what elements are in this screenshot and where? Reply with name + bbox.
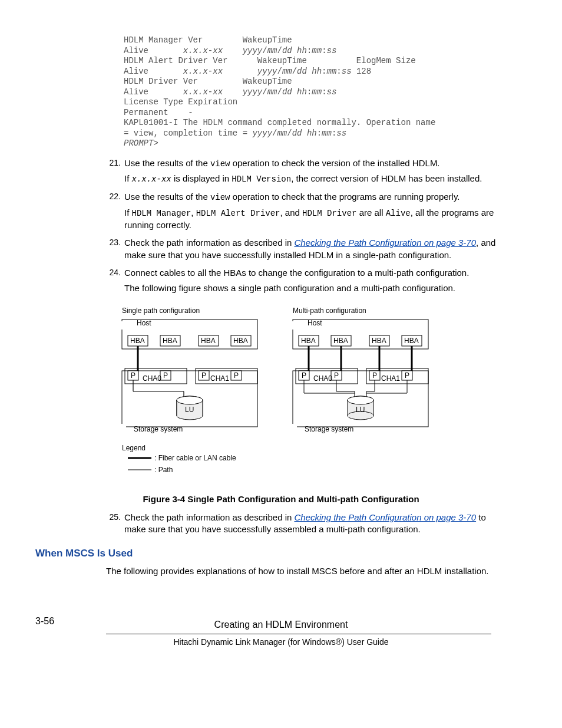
svg-text:Host: Host xyxy=(137,319,151,327)
step-number: 24. xyxy=(103,267,121,295)
svg-text:Storage system: Storage system xyxy=(305,425,353,433)
svg-text:HBA: HBA xyxy=(333,337,348,345)
section-body: The following provides explanations of h… xyxy=(106,565,527,577)
step-number: 22. xyxy=(103,191,121,231)
svg-text:Storage system: Storage system xyxy=(134,425,183,433)
step-list-2: 25. Check the path information as descri… xyxy=(35,512,527,536)
footer-subtitle: Hitachi Dynamic Link Manager (for Window… xyxy=(35,637,527,648)
step-body: Connect cables to all the HBAs to change… xyxy=(124,267,527,295)
svg-text:Legend: Legend xyxy=(122,444,146,452)
svg-text:P: P xyxy=(163,371,168,380)
svg-point-83 xyxy=(348,396,373,404)
link-checking-path[interactable]: Checking the Path Configuration on page … xyxy=(295,238,477,248)
svg-text:HBA: HBA xyxy=(201,337,216,345)
svg-text:HBA: HBA xyxy=(163,337,177,345)
svg-text:HBA: HBA xyxy=(130,337,145,345)
footer-title: Creating an HDLM Environment xyxy=(214,620,348,630)
svg-text:Host: Host xyxy=(308,319,322,327)
svg-text:LU: LU xyxy=(185,406,194,414)
svg-text:P: P xyxy=(234,371,239,380)
page-number: 3-56 xyxy=(35,615,54,628)
svg-text:P: P xyxy=(302,371,306,380)
svg-text:P: P xyxy=(372,371,377,380)
svg-text:HBA: HBA xyxy=(301,337,316,345)
svg-text:CHA0: CHA0 xyxy=(313,374,332,383)
step-body: Check the path information as described … xyxy=(124,237,527,261)
svg-rect-41 xyxy=(290,321,297,330)
svg-text:P: P xyxy=(201,371,206,380)
svg-text:CHA0: CHA0 xyxy=(143,374,161,383)
svg-text:CHA1: CHA1 xyxy=(210,374,229,383)
code-output: HDLM Manager Ver WakeupTime Alive x.x.x-… xyxy=(124,35,527,149)
svg-text:: Path: : Path xyxy=(154,466,173,474)
svg-text:HBA: HBA xyxy=(233,337,248,345)
svg-rect-37 xyxy=(119,424,126,432)
step-number: 21. xyxy=(103,157,121,186)
figure-diagram: Single path configuration Host HBA HBA H… xyxy=(35,306,527,489)
svg-rect-2 xyxy=(119,321,126,330)
svg-text:CHA1: CHA1 xyxy=(381,374,400,383)
svg-text:HBA: HBA xyxy=(372,337,386,345)
svg-text:Multi-path configuration: Multi-path configuration xyxy=(293,307,366,315)
svg-text:: Fiber cable or LAN cable: : Fiber cable or LAN cable xyxy=(154,454,236,462)
svg-text:Single path configuration: Single path configuration xyxy=(122,307,200,315)
step-body: Use the results of the view operation to… xyxy=(124,157,527,186)
svg-text:LU: LU xyxy=(356,406,365,414)
link-checking-path-2[interactable]: Checking the Path Configuration on page … xyxy=(295,512,477,522)
figure-caption: Figure 3-4 Single Path Configuration and… xyxy=(35,493,527,505)
step-body: Use the results of the view operation to… xyxy=(124,191,527,231)
svg-text:P: P xyxy=(131,371,135,380)
svg-rect-85 xyxy=(290,424,297,432)
svg-text:P: P xyxy=(405,371,409,380)
svg-point-35 xyxy=(177,396,203,404)
step-number: 25. xyxy=(103,512,121,536)
step-list: 21. Use the results of the view operatio… xyxy=(35,157,527,295)
section-heading: When MSCS Is Used xyxy=(35,547,527,561)
svg-text:HBA: HBA xyxy=(404,337,419,345)
step-body: Check the path information as described … xyxy=(124,512,527,536)
svg-text:P: P xyxy=(334,371,339,380)
page-footer: 3-56 Creating an HDLM Environment Hitach… xyxy=(35,618,527,647)
step-number: 23. xyxy=(103,237,121,261)
